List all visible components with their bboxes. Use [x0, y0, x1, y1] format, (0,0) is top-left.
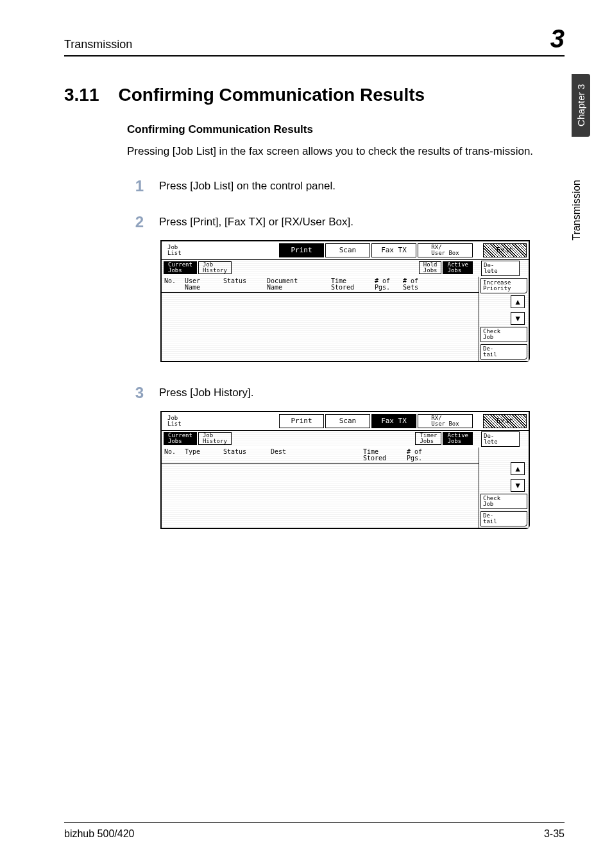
chapter-side-tab: Chapter 3: [572, 74, 590, 137]
scroll-up-icon[interactable]: ▲: [511, 462, 525, 475]
tab-print[interactable]: Print: [279, 243, 324, 257]
check-job-button[interactable]: CheckJob: [480, 327, 527, 342]
column-headers: No. UserName Status DocumentName TimeSto…: [162, 277, 479, 293]
step-text: Press [Print], [Fax TX] or [RX/User Box]…: [159, 213, 353, 229]
job-list-label: JobList: [164, 414, 185, 428]
job-list-label: JobList: [164, 243, 185, 257]
tab-active-jobs[interactable]: ActiveJobs: [443, 432, 473, 445]
step-number: 2: [127, 213, 144, 231]
chapter-number: 3: [550, 26, 565, 51]
page-footer: bizhub 500/420 3-35: [64, 822, 565, 840]
tab-scan[interactable]: Scan: [325, 414, 370, 428]
running-side-label: Transmission: [571, 180, 582, 241]
detail-button[interactable]: De-tail: [480, 511, 527, 526]
tab-job-history[interactable]: JobHistory: [198, 261, 232, 274]
tab-rx-user-box[interactable]: RX/User Box: [418, 243, 473, 257]
lcd-screenshot-faxtx: JobList Print Scan Fax TX RX/User Box Ex…: [160, 411, 530, 529]
column-headers: No. Type Status Dest TimeStored # ofPgs.: [162, 447, 479, 464]
tab-job-history[interactable]: JobHistory: [198, 432, 232, 445]
delete-button[interactable]: De-lete: [481, 431, 520, 447]
tab-hold-jobs[interactable]: HoldJobs: [419, 261, 442, 274]
step-3: 3 Press [Job History].: [127, 384, 565, 402]
intro-paragraph: Pressing [Job List] in the fax screen al…: [127, 144, 563, 159]
tab-print[interactable]: Print: [279, 414, 324, 428]
step-number: 1: [127, 177, 144, 195]
detail-button[interactable]: De-tail: [480, 344, 527, 360]
footer-page-number: 3-35: [544, 828, 565, 840]
step-number: 3: [127, 384, 144, 402]
tab-active-jobs[interactable]: ActiveJobs: [443, 261, 473, 274]
scroll-up-icon[interactable]: ▲: [511, 295, 525, 308]
lcd-screenshot-print: JobList Print Scan Fax TX RX/User Box Ex…: [160, 240, 530, 362]
subsection-title: Confirming Communication Results: [127, 123, 565, 136]
tab-current-jobs[interactable]: CurrentJobs: [164, 261, 197, 274]
running-head-left: Transmission: [64, 38, 132, 51]
tab-rx-user-box[interactable]: RX/User Box: [418, 414, 473, 428]
increase-priority-button[interactable]: IncreasePriority: [480, 278, 527, 293]
tab-timer-jobs[interactable]: TimerJobs: [415, 432, 441, 445]
step-1: 1 Press [Job List] on the control panel.: [127, 177, 565, 195]
tab-fax-tx[interactable]: Fax TX: [371, 243, 416, 257]
scroll-down-icon[interactable]: ▼: [511, 312, 525, 325]
exit-button[interactable]: Exit: [483, 414, 527, 428]
delete-button[interactable]: De-lete: [481, 261, 520, 276]
step-text: Press [Job History].: [159, 384, 253, 399]
page-header: Transmission 3: [64, 26, 565, 56]
tab-current-jobs[interactable]: CurrentJobs: [164, 432, 197, 445]
footer-model: bizhub 500/420: [64, 828, 134, 840]
tab-scan[interactable]: Scan: [325, 243, 370, 257]
section-number: 3.11: [64, 85, 99, 105]
check-job-button[interactable]: CheckJob: [480, 494, 527, 509]
step-text: Press [Job List] on the control panel.: [159, 177, 336, 193]
scroll-down-icon[interactable]: ▼: [511, 479, 525, 492]
exit-button[interactable]: Exit: [483, 243, 527, 257]
step-2: 2 Press [Print], [Fax TX] or [RX/User Bo…: [127, 213, 565, 231]
tab-fax-tx[interactable]: Fax TX: [371, 414, 416, 428]
section-title: Confirming Communication Results: [119, 85, 425, 105]
section-heading: 3.11 Confirming Communication Results: [64, 85, 565, 105]
